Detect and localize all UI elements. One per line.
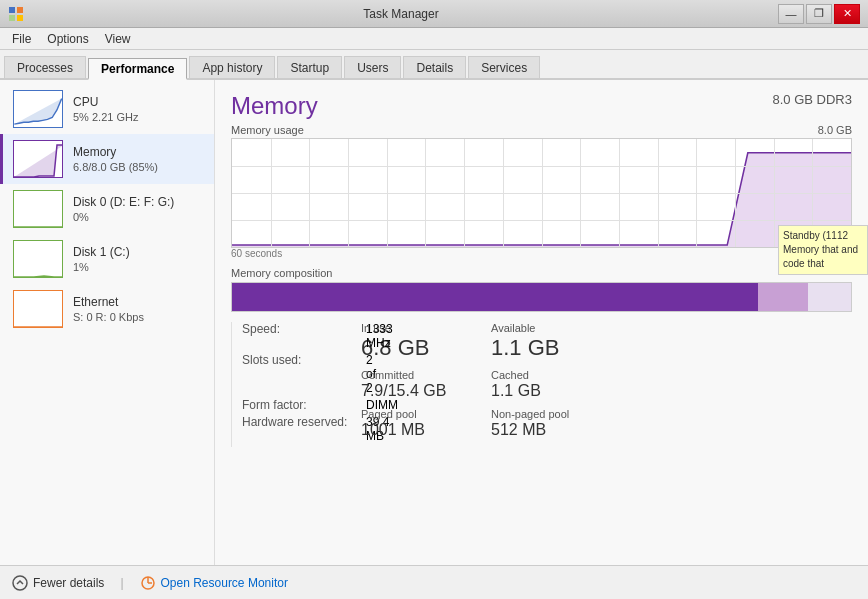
minimize-button[interactable]: — xyxy=(778,4,804,24)
footer-divider: | xyxy=(120,576,123,590)
fewer-details-icon xyxy=(12,575,28,591)
stats-grid: In use 6.8 GB Available 1.1 GB Speed: 13… xyxy=(231,322,852,447)
stat-non-paged-pool-label: Non-paged pool xyxy=(491,408,842,420)
title-bar-title: Task Manager xyxy=(24,7,778,21)
sidebar-item-cpu[interactable]: CPU 5% 2.21 GHz xyxy=(0,84,214,134)
open-resource-monitor-label: Open Resource Monitor xyxy=(161,576,288,590)
cpu-info: CPU 5% 2.21 GHz xyxy=(73,95,204,123)
footer: Fewer details | Open Resource Monitor xyxy=(0,565,868,599)
chart-usage-label: Memory usage xyxy=(231,124,304,136)
svg-rect-0 xyxy=(9,7,15,13)
standby-tooltip: Standby (1112 Memory that and code that xyxy=(778,225,868,275)
title-bar-buttons: — ❐ ✕ xyxy=(778,4,860,24)
time-label-row: 60 seconds 0 xyxy=(231,248,852,259)
spec-speed-value: 1333 MHz xyxy=(366,322,393,350)
tab-startup[interactable]: Startup xyxy=(277,56,342,78)
menu-view[interactable]: View xyxy=(97,30,139,48)
disk1-label: Disk 1 (C:) xyxy=(73,245,204,259)
tab-performance[interactable]: Performance xyxy=(88,58,187,80)
sidebar-item-ethernet[interactable]: Ethernet S: 0 R: 0 Kbps xyxy=(0,284,214,334)
sidebar-item-disk1[interactable]: Disk 1 (C:) 1% xyxy=(0,234,214,284)
chart-max-label: 8.0 GB xyxy=(818,124,852,136)
memory-chart xyxy=(231,138,852,248)
stat-committed-value: 7.9/15.4 GB xyxy=(361,382,481,400)
app-icon xyxy=(8,6,24,22)
stat-committed: Committed 7.9/15.4 GB xyxy=(361,369,491,400)
sidebar-item-memory[interactable]: Memory 6.8/8.0 GB (85%) xyxy=(0,134,214,184)
disk0-info: Disk 0 (D: E: F: G:) 0% xyxy=(73,195,204,223)
comp-standby xyxy=(758,283,808,311)
tab-processes[interactable]: Processes xyxy=(4,56,86,78)
spec-form-factor: Form factor: DIMM xyxy=(242,398,361,412)
stat-available: Available 1.1 GB xyxy=(491,322,852,361)
fewer-details-button[interactable]: Fewer details xyxy=(12,575,104,591)
svg-rect-2 xyxy=(9,15,15,21)
tooltip-text: Standby (1112 Memory that and code that xyxy=(783,230,858,269)
tab-users[interactable]: Users xyxy=(344,56,401,78)
stat-paged-pool: Paged pool 1001 MB xyxy=(361,408,491,439)
disk0-label: Disk 0 (D: E: F: G:) xyxy=(73,195,204,209)
memory-usage-section: Memory usage 8.0 GB xyxy=(231,124,852,259)
svg-rect-1 xyxy=(17,7,23,13)
stat-paged-pool-value: 1001 MB xyxy=(361,421,481,439)
tab-details[interactable]: Details xyxy=(403,56,466,78)
time-start-label: 60 seconds xyxy=(231,248,282,259)
spec-hw-reserved-label: Hardware reserved: xyxy=(242,415,362,443)
spec-speed-label: Speed: xyxy=(242,322,362,350)
ethernet-value: S: 0 R: 0 Kbps xyxy=(73,311,204,323)
stat-available-value: 1.1 GB xyxy=(491,335,842,361)
memory-composition-section: Memory composition xyxy=(231,267,852,312)
sidebar-item-disk0[interactable]: Disk 0 (D: E: F: G:) 0% xyxy=(0,184,214,234)
ethernet-label: Ethernet xyxy=(73,295,204,309)
title-bar-left xyxy=(8,6,24,22)
spec-slots-label: Slots used: xyxy=(242,353,362,395)
comp-free xyxy=(808,283,851,311)
stat-available-label: Available xyxy=(491,322,842,334)
disk0-thumbnail xyxy=(13,190,63,228)
spec-speed: Speed: 1333 MHz xyxy=(242,322,361,350)
disk0-value: 0% xyxy=(73,211,204,223)
specs-block: Speed: 1333 MHz Slots used: 2 of 2 Form … xyxy=(231,322,361,447)
grid-h1 xyxy=(232,166,851,167)
content-subtitle: 8.0 GB DDR3 xyxy=(773,92,852,107)
restore-button[interactable]: ❐ xyxy=(806,4,832,24)
tab-bar: Processes Performance App history Startu… xyxy=(0,50,868,80)
content-header: Memory 8.0 GB DDR3 xyxy=(231,92,852,120)
fewer-details-label: Fewer details xyxy=(33,576,104,590)
disk1-thumbnail xyxy=(13,240,63,278)
stat-cached-value: 1.1 GB xyxy=(491,382,842,400)
composition-bar xyxy=(231,282,852,312)
ethernet-thumbnail xyxy=(13,290,63,328)
spec-hw-reserved: Hardware reserved: 39.4 MB xyxy=(242,415,361,443)
grid-h2 xyxy=(232,193,851,194)
menu-file[interactable]: File xyxy=(4,30,39,48)
open-resource-monitor-button[interactable]: Open Resource Monitor xyxy=(140,575,288,591)
stat-cached-label: Cached xyxy=(491,369,842,381)
memory-value: 6.8/8.0 GB (85%) xyxy=(73,161,204,173)
stat-paged-pool-label: Paged pool xyxy=(361,408,481,420)
content-area: Memory 8.0 GB DDR3 Memory usage 8.0 GB xyxy=(215,80,868,565)
stat-non-paged-pool-value: 512 MB xyxy=(491,421,842,439)
title-bar: Task Manager — ❐ ✕ xyxy=(0,0,868,28)
close-button[interactable]: ✕ xyxy=(834,4,860,24)
cpu-thumbnail xyxy=(13,90,63,128)
grid-h3 xyxy=(232,220,851,221)
stat-cached: Cached 1.1 GB xyxy=(491,369,852,400)
tab-services[interactable]: Services xyxy=(468,56,540,78)
spec-form-factor-label: Form factor: xyxy=(242,398,362,412)
menu-options[interactable]: Options xyxy=(39,30,96,48)
comp-in-use xyxy=(232,283,758,311)
memory-info: Memory 6.8/8.0 GB (85%) xyxy=(73,145,204,173)
svg-point-5 xyxy=(13,576,27,590)
stat-committed-label: Committed xyxy=(361,369,481,381)
menu-bar: File Options View xyxy=(0,28,868,50)
chart-label-row: Memory usage 8.0 GB xyxy=(231,124,852,136)
cpu-label: CPU xyxy=(73,95,204,109)
content-title: Memory xyxy=(231,92,318,120)
cpu-value: 5% 2.21 GHz xyxy=(73,111,204,123)
tab-app-history[interactable]: App history xyxy=(189,56,275,78)
memory-thumbnail xyxy=(13,140,63,178)
svg-rect-3 xyxy=(17,15,23,21)
disk1-value: 1% xyxy=(73,261,204,273)
disk1-info: Disk 1 (C:) 1% xyxy=(73,245,204,273)
